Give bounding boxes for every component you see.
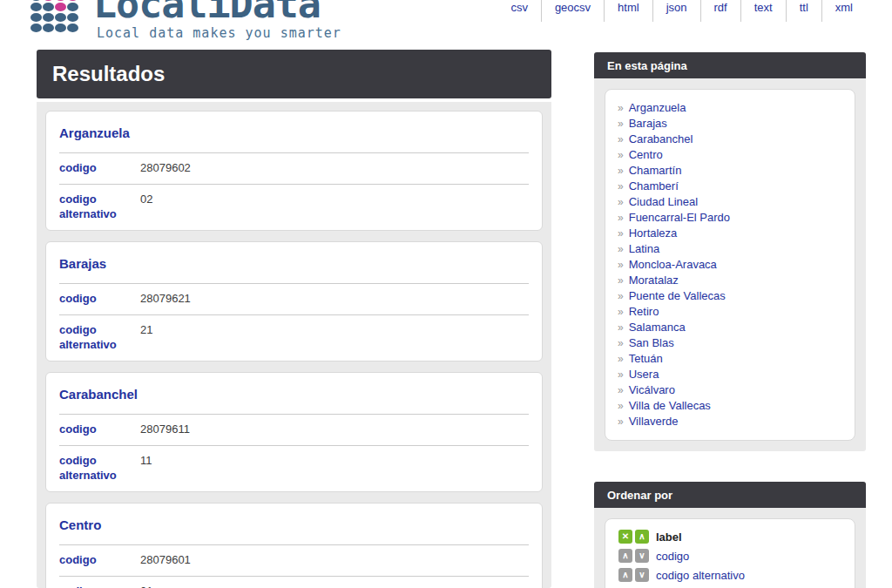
chevron-right-icon: » <box>618 196 624 208</box>
page-anchor-link[interactable]: Ciudad Lineal <box>629 195 699 208</box>
page-anchor-link[interactable]: San Blas <box>629 336 674 349</box>
page-anchor-link[interactable]: Villaverde <box>629 415 679 428</box>
remove-sort-icon[interactable]: ✕ <box>618 530 632 544</box>
field-row: codigo28079611 <box>59 414 529 445</box>
format-link-item: text <box>740 0 786 22</box>
page-anchor-link[interactable]: Barajas <box>629 117 667 130</box>
sort-asc-icon[interactable]: ∧ <box>618 568 632 582</box>
format-link-json[interactable]: json <box>653 0 700 22</box>
chevron-right-icon: » <box>618 243 624 255</box>
field-row: codigo alternativo21 <box>59 314 529 361</box>
format-link-xml[interactable]: xml <box>822 0 866 22</box>
chevron-right-icon: » <box>618 227 624 240</box>
page-anchor-link[interactable]: Carabanchel <box>629 132 693 145</box>
chevron-right-icon: » <box>618 165 624 177</box>
format-link-item: json <box>652 0 700 22</box>
list-item: »Chamberí <box>618 179 846 194</box>
district-title-link[interactable]: Centro <box>59 504 529 544</box>
logo-dot <box>55 13 66 22</box>
chevron-right-icon: » <box>618 102 624 114</box>
page-anchor-link[interactable]: Arganzuela <box>629 101 686 114</box>
field-value: 02 <box>140 192 152 221</box>
list-item: »Salamanca <box>618 320 846 335</box>
field-label: codigo <box>59 552 140 567</box>
field-value: 28079611 <box>140 422 190 436</box>
sort-desc-icon[interactable]: ∨ <box>635 549 649 563</box>
page-anchor-link[interactable]: Vicálvaro <box>629 383 675 396</box>
field-row: codigo alternativo11 <box>59 445 529 491</box>
field-label: codigo <box>59 291 140 306</box>
format-links-bar: csvgeocsvhtmljsonrdftextttlxml <box>497 0 866 22</box>
page-anchor-link[interactable]: Chamberí <box>629 179 679 193</box>
page-anchor-link[interactable]: Latina <box>629 242 659 255</box>
sort-block: Ordenar por ✕∧label∧∨codigo∧∨codigo alte… <box>594 482 866 588</box>
list-item: »Fuencarral-El Pardo <box>618 210 846 226</box>
on-this-page-block: En esta página »Arganzuela»Barajas»Carab… <box>594 52 866 451</box>
page-anchor-link[interactable]: Moncloa-Aravaca <box>629 258 717 271</box>
page-anchor-link[interactable]: Fuencarral-El Pardo <box>629 211 730 224</box>
field-value: 11 <box>140 453 152 483</box>
field-label: codigo alternativo <box>59 453 140 483</box>
page-anchor-link[interactable]: Chamartín <box>629 164 682 177</box>
page-anchor-link[interactable]: Hortaleza <box>629 226 678 240</box>
field-value: 01 <box>140 584 152 588</box>
sort-option-row: ✕∧label <box>618 530 841 544</box>
logo-dot <box>30 13 42 22</box>
field-label: codigo <box>59 422 140 436</box>
logo-dot <box>55 3 66 11</box>
logo-dot <box>55 24 66 32</box>
logo-dot <box>30 24 42 32</box>
field-value: 21 <box>140 322 152 352</box>
sort-option-label[interactable]: codigo <box>656 550 689 563</box>
field-row: codigo alternativo02 <box>59 184 529 230</box>
district-title-link[interactable]: Carabanchel <box>59 373 529 414</box>
format-link-rdf[interactable]: rdf <box>701 0 740 22</box>
sort-option-label[interactable]: codigo alternativo <box>656 569 745 582</box>
field-label: codigo alternativo <box>59 584 140 588</box>
chevron-right-icon: » <box>618 321 624 334</box>
result-card: Barajascodigo28079621codigo alternativo2… <box>45 241 543 362</box>
chevron-right-icon: » <box>618 180 624 193</box>
sort-desc-icon[interactable]: ∨ <box>635 568 649 582</box>
district-title-link[interactable]: Barajas <box>59 242 529 283</box>
logo-dot <box>30 3 42 11</box>
logo-dot <box>43 24 54 32</box>
format-link-item: ttl <box>786 0 821 22</box>
page-anchor-link[interactable]: Moratalaz <box>629 274 679 287</box>
chevron-right-icon: » <box>618 212 624 224</box>
field-value: 28079602 <box>140 160 191 175</box>
page-anchor-link[interactable]: Tetuán <box>629 352 663 365</box>
list-item: »Puente de Vallecas <box>618 288 846 304</box>
chevron-right-icon: » <box>618 149 624 161</box>
chevron-right-icon: » <box>618 274 624 287</box>
logo-dot <box>43 3 54 11</box>
list-item: »Ciudad Lineal <box>618 194 846 210</box>
field-row: codigo28079621 <box>59 283 529 314</box>
format-link-text[interactable]: text <box>741 0 786 22</box>
results-list: Arganzuelacodigo28079602codigo alternati… <box>37 102 551 588</box>
page-anchor-link[interactable]: Salamanca <box>629 321 686 334</box>
page-anchor-link[interactable]: Retiro <box>629 305 659 318</box>
field-row: codigo alternativo01 <box>59 576 529 588</box>
chevron-right-icon: » <box>618 337 624 349</box>
list-item: »Moncloa-Aravaca <box>618 257 846 273</box>
format-link-item: xml <box>821 0 866 22</box>
page-anchor-link[interactable]: Centro <box>629 148 663 161</box>
format-link-html[interactable]: html <box>605 0 652 22</box>
page-anchor-link[interactable]: Puente de Vallecas <box>629 289 726 302</box>
logo-dot <box>67 0 78 1</box>
localidata-logo[interactable]: LocaliData Local data makes you smarter <box>30 0 396 49</box>
list-item: »Usera <box>618 367 846 382</box>
field-label: codigo <box>59 160 140 175</box>
district-title-link[interactable]: Arganzuela <box>59 112 529 152</box>
field-value: 28079601 <box>140 552 191 567</box>
format-link-geocsv[interactable]: geocsv <box>542 0 604 22</box>
sort-asc-icon[interactable]: ∧ <box>635 530 649 544</box>
sort-asc-icon[interactable]: ∧ <box>618 549 632 563</box>
field-row: codigo28079602 <box>59 152 529 184</box>
page-anchor-link[interactable]: Villa de Vallecas <box>629 399 711 412</box>
format-link-ttl[interactable]: ttl <box>787 0 821 22</box>
format-link-csv[interactable]: csv <box>497 0 541 22</box>
sort-option-label: label <box>656 531 682 544</box>
page-anchor-link[interactable]: Usera <box>629 368 659 381</box>
